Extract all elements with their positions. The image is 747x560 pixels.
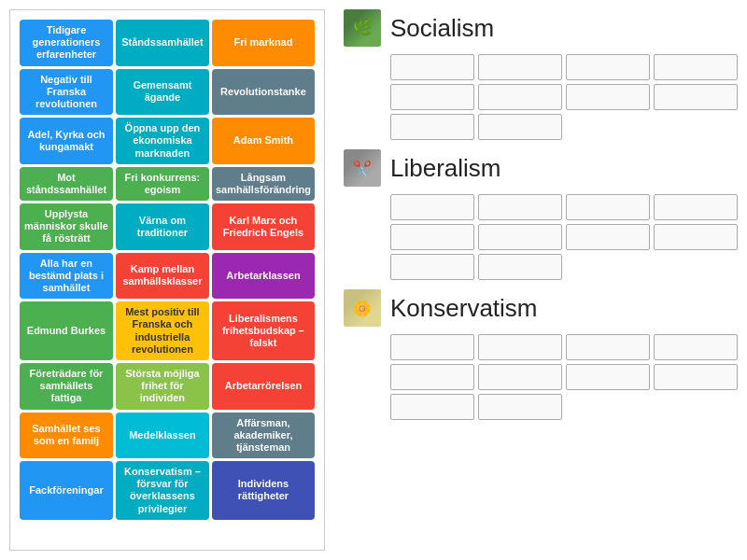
socialism-drop-cell-0-2[interactable] bbox=[566, 54, 650, 80]
socialism-drop-cell-0-3[interactable] bbox=[654, 54, 738, 80]
category-header-socialism: Socialism bbox=[344, 9, 738, 47]
liberalism-drop-cell-0-2[interactable] bbox=[566, 194, 650, 220]
card-source-panel: Tidigare generationers erfarenheterStånd… bbox=[9, 9, 325, 551]
konservatism-drop-cell-0-1[interactable] bbox=[478, 334, 562, 360]
socialism-title: Socialism bbox=[390, 14, 494, 43]
draggable-card-4[interactable]: Gemensamt ägande bbox=[116, 69, 209, 116]
socialism-drop-row-1 bbox=[344, 84, 738, 110]
liberalism-drop-cell-2-0[interactable] bbox=[390, 254, 474, 280]
draggable-card-27[interactable]: Fackföreningar bbox=[20, 461, 113, 520]
socialism-drop-cell-0-0[interactable] bbox=[390, 54, 474, 80]
draggable-card-0[interactable]: Tidigare generationers erfarenheter bbox=[20, 20, 113, 66]
konservatism-image bbox=[344, 289, 381, 327]
konservatism-drop-cell-0-3[interactable] bbox=[654, 334, 738, 360]
draggable-card-14[interactable]: Karl Marx och Friedrich Engels bbox=[212, 203, 315, 250]
category-header-liberalism: Liberalism bbox=[344, 149, 738, 187]
liberalism-drop-cell-0-0[interactable] bbox=[390, 194, 474, 220]
konservatism-drop-cell-1-2[interactable] bbox=[566, 364, 650, 390]
socialism-drop-cell-1-3[interactable] bbox=[654, 84, 738, 110]
draggable-card-16[interactable]: Kamp mellan samhällsklasser bbox=[116, 253, 209, 300]
draggable-card-23[interactable]: Arbetarrörelsen bbox=[212, 363, 315, 410]
socialism-drop-cell-2-1[interactable] bbox=[478, 114, 562, 140]
socialism-image bbox=[344, 9, 381, 47]
draggable-card-19[interactable]: Mest positiv till Franska och industriel… bbox=[116, 301, 209, 360]
socialism-drop-row-0 bbox=[344, 54, 738, 80]
liberalism-drop-row-0 bbox=[344, 194, 738, 220]
draggable-card-24[interactable]: Samhället ses som en familj bbox=[20, 413, 113, 459]
liberalism-drop-cell-1-1[interactable] bbox=[478, 224, 562, 250]
draggable-card-1[interactable]: Ståndssamhället bbox=[116, 20, 209, 66]
draggable-card-12[interactable]: Upplysta människor skulle få rösträtt bbox=[20, 203, 113, 250]
category-konservatism: Konservatism bbox=[344, 289, 738, 420]
draggable-card-28[interactable]: Konservatism – försvar för överklassens … bbox=[116, 461, 209, 520]
konservatism-drop-cell-0-2[interactable] bbox=[566, 334, 650, 360]
draggable-card-7[interactable]: Öppna upp den ekonomiska marknaden bbox=[116, 118, 209, 164]
konservatism-drop-row-0 bbox=[344, 334, 738, 360]
draggable-card-10[interactable]: Fri konkurrens: egoism bbox=[116, 167, 209, 201]
konservatism-title: Konservatism bbox=[390, 294, 538, 323]
draggable-card-13[interactable]: Värna om traditioner bbox=[116, 203, 209, 250]
category-header-konservatism: Konservatism bbox=[344, 289, 738, 327]
category-liberalism: Liberalism bbox=[344, 149, 738, 280]
konservatism-drop-row-2 bbox=[344, 394, 738, 420]
draggable-card-25[interactable]: Medelklassen bbox=[116, 413, 209, 459]
konservatism-drop-row-1 bbox=[344, 364, 738, 390]
socialism-drop-cell-2-0[interactable] bbox=[390, 114, 474, 140]
konservatism-drop-cell-2-0[interactable] bbox=[390, 394, 474, 420]
draggable-card-3[interactable]: Negativ till Franska revolutionen bbox=[20, 69, 113, 116]
liberalism-drop-cell-1-3[interactable] bbox=[654, 224, 738, 250]
socialism-drop-cell-1-1[interactable] bbox=[478, 84, 562, 110]
liberalism-drop-cell-1-0[interactable] bbox=[390, 224, 474, 250]
draggable-card-6[interactable]: Adel, Kyrka och kungamakt bbox=[20, 118, 113, 164]
socialism-drop-cell-1-0[interactable] bbox=[390, 84, 474, 110]
draggable-card-9[interactable]: Mot ståndssamhället bbox=[20, 167, 113, 201]
category-socialism: Socialism bbox=[344, 9, 738, 140]
draggable-card-11[interactable]: Långsam samhällsförändring bbox=[212, 167, 315, 201]
konservatism-drop-cell-1-0[interactable] bbox=[390, 364, 474, 390]
liberalism-drop-cell-1-2[interactable] bbox=[566, 224, 650, 250]
konservatism-drop-cell-0-0[interactable] bbox=[390, 334, 474, 360]
liberalism-image bbox=[344, 149, 381, 187]
draggable-card-21[interactable]: Företrädare för samhällets fattiga bbox=[20, 363, 113, 410]
konservatism-drop-cell-1-3[interactable] bbox=[654, 364, 738, 390]
draggable-card-17[interactable]: Arbetarklassen bbox=[212, 253, 315, 300]
socialism-drop-row-2 bbox=[344, 114, 738, 140]
konservatism-drop-cell-2-1[interactable] bbox=[478, 394, 562, 420]
draggable-card-20[interactable]: Liberalismens frihetsbudskap – falskt bbox=[212, 301, 315, 360]
draggable-card-22[interactable]: Största möjliga frihet för individen bbox=[116, 363, 209, 410]
liberalism-drop-cell-0-3[interactable] bbox=[654, 194, 738, 220]
liberalism-title: Liberalism bbox=[390, 154, 501, 183]
drop-target-panel: SocialismLiberalismKonservatism bbox=[334, 0, 747, 560]
draggable-card-8[interactable]: Adam Smith bbox=[212, 118, 315, 164]
liberalism-drop-row-1 bbox=[344, 224, 738, 250]
socialism-drop-cell-1-2[interactable] bbox=[566, 84, 650, 110]
draggable-card-15[interactable]: Alla har en bestämd plats i samhället bbox=[20, 253, 113, 300]
draggable-card-26[interactable]: Affärsman, akademiker, tjänsteman bbox=[212, 413, 315, 459]
liberalism-drop-row-2 bbox=[344, 254, 738, 280]
draggable-card-2[interactable]: Fri marknad bbox=[212, 20, 315, 66]
draggable-card-18[interactable]: Edmund Burkes bbox=[20, 301, 113, 360]
liberalism-drop-cell-2-1[interactable] bbox=[478, 254, 562, 280]
socialism-drop-cell-0-1[interactable] bbox=[478, 54, 562, 80]
draggable-card-5[interactable]: Revolutionstanke bbox=[212, 69, 315, 116]
konservatism-drop-cell-1-1[interactable] bbox=[478, 364, 562, 390]
liberalism-drop-cell-0-1[interactable] bbox=[478, 194, 562, 220]
draggable-card-29[interactable]: Individens rättigheter bbox=[212, 461, 315, 520]
